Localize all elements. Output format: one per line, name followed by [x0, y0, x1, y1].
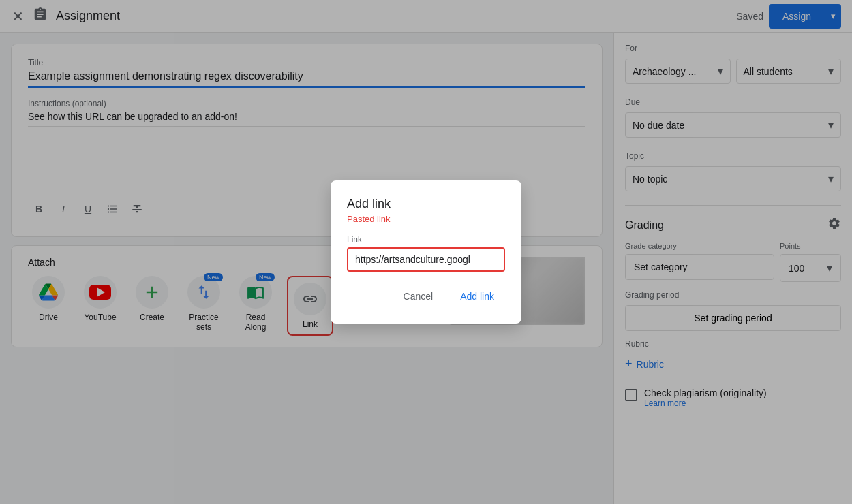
modal-add-link-button[interactable]: Add link — [449, 285, 505, 307]
modal-title: Add link — [347, 197, 505, 211]
add-link-modal: Add link Pasted link Link Cancel Add lin… — [331, 180, 521, 324]
modal-cancel-button[interactable]: Cancel — [393, 285, 444, 307]
modal-overlay: Add link Pasted link Link Cancel Add lin… — [0, 0, 852, 504]
modal-link-input[interactable] — [355, 254, 497, 265]
modal-actions: Cancel Add link — [347, 285, 505, 307]
modal-input-wrap — [347, 247, 505, 272]
modal-subtitle: Pasted link — [347, 214, 505, 224]
modal-field-label: Link — [347, 235, 505, 245]
